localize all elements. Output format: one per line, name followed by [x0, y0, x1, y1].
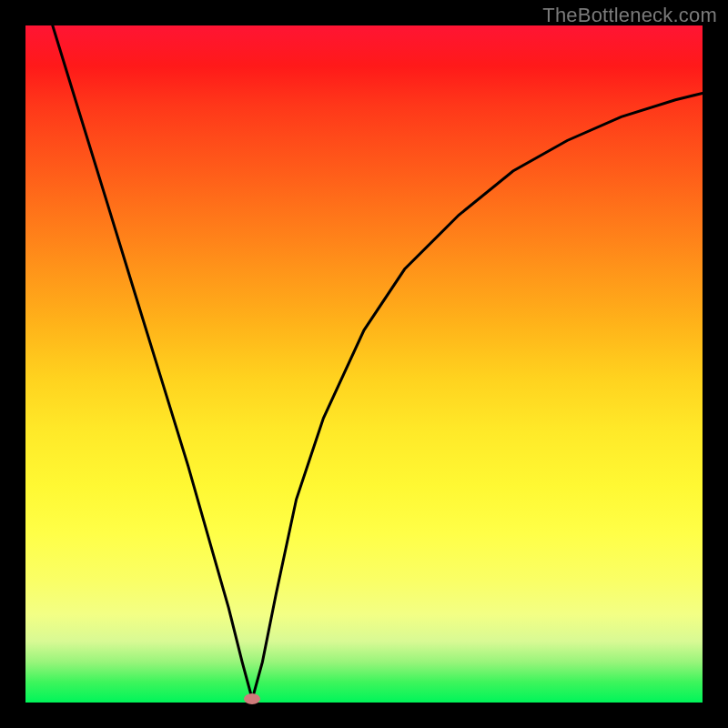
watermark-text: TheBottleneck.com — [542, 4, 717, 27]
chart-container: TheBottleneck.com — [0, 0, 728, 728]
plot-area — [25, 25, 703, 703]
bottleneck-curve — [25, 25, 703, 703]
minimum-marker — [244, 693, 260, 704]
